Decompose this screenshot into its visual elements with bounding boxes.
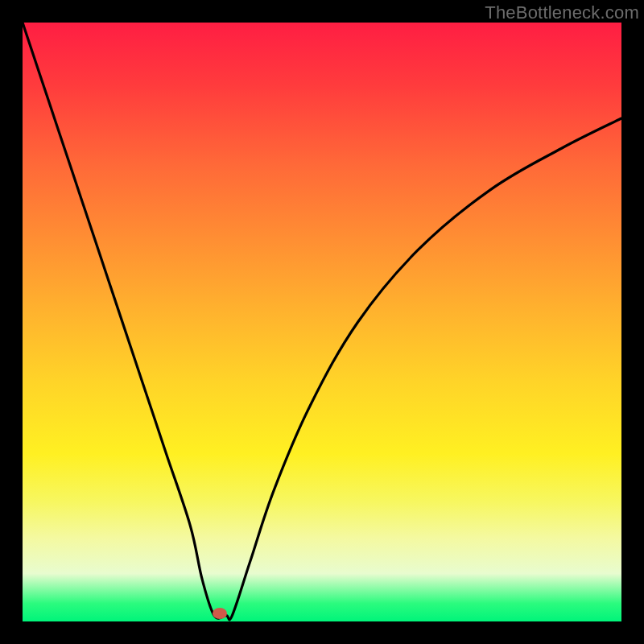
bottleneck-curve	[23, 23, 621, 621]
curve-path	[23, 23, 621, 620]
watermark-text: TheBottleneck.com	[485, 2, 639, 23]
chart-frame	[23, 23, 621, 621]
optimum-marker-dot	[213, 608, 227, 619]
